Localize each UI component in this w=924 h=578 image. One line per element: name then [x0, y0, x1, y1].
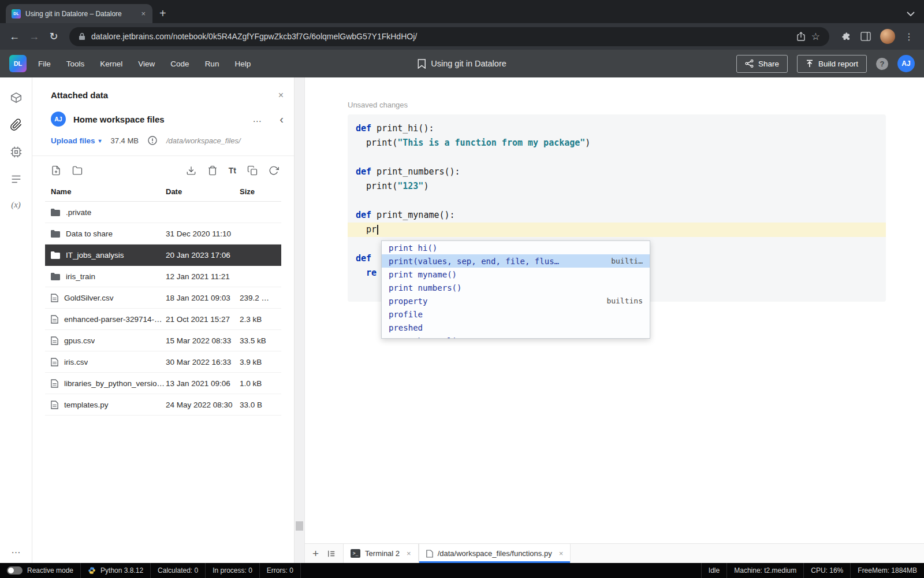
- menu-view[interactable]: View: [138, 60, 155, 68]
- workspace-collapse-icon[interactable]: ‹: [280, 113, 284, 125]
- refresh-icon[interactable]: [269, 165, 279, 176]
- browser-profile-avatar[interactable]: [880, 29, 895, 44]
- panel-resizer[interactable]: [295, 77, 305, 563]
- autocomplete-item[interactable]: preshed: [382, 321, 650, 334]
- file-row[interactable]: IT_jobs_analysis 20 Jan 2023 17:06: [45, 244, 281, 266]
- tab-search-chevron-icon[interactable]: [907, 12, 915, 16]
- folder-icon: [51, 273, 60, 280]
- tab-list-icon[interactable]: [327, 550, 336, 558]
- download-icon[interactable]: [186, 165, 196, 176]
- notebook-title: Using git in Datalore: [431, 59, 506, 68]
- attached-data-icon[interactable]: [10, 118, 23, 131]
- file-row[interactable]: .private: [45, 202, 281, 223]
- rail-more-icon[interactable]: …: [11, 544, 21, 556]
- upload-files-button[interactable]: Upload files ▾: [51, 136, 102, 145]
- address-bar[interactable]: datalore.jetbrains.com/notebook/0k5R4AZg…: [69, 27, 829, 46]
- browser-tab[interactable]: DL Using git in Datalore – Datalore ×: [6, 4, 152, 23]
- autocomplete-item[interactable]: print_hi(): [382, 241, 650, 254]
- code-line: print("123"): [348, 179, 886, 194]
- help-button[interactable]: ?: [876, 58, 888, 70]
- browser-tabstrip: DL Using git in Datalore – Datalore × +: [0, 0, 924, 23]
- file-size: 3.9 kB: [240, 358, 275, 366]
- menu-code[interactable]: Code: [170, 60, 189, 68]
- rename-icon[interactable]: Tt: [229, 166, 236, 175]
- autocomplete-item[interactable]: print_numbers(): [382, 281, 650, 294]
- storage-info-icon[interactable]: [148, 136, 157, 145]
- menu-kernel[interactable]: Kernel: [100, 60, 122, 68]
- bookmark-icon[interactable]: [418, 59, 426, 69]
- editor-tab[interactable]: >_ /data/workspace_files/functions.py ×: [419, 544, 571, 563]
- tab-close-icon[interactable]: ×: [407, 549, 411, 558]
- file-row[interactable]: Data to share 31 Dec 2020 11:10: [45, 223, 281, 244]
- workspace-menu-icon[interactable]: …: [252, 114, 262, 124]
- file-name: iris_train: [66, 272, 95, 281]
- editor-tab[interactable]: >_ Terminal 2 ×: [343, 544, 419, 563]
- datalore-logo[interactable]: DL: [9, 55, 27, 72]
- delete-icon[interactable]: [207, 165, 218, 176]
- tab-close-icon[interactable]: ×: [559, 549, 564, 558]
- autocomplete-item[interactable]: propertybuiltins: [382, 294, 650, 307]
- file-icon: [51, 315, 58, 324]
- file-row[interactable]: iris_train 12 Jan 2021 11:21: [45, 266, 281, 287]
- status-right: IdleMachine: t2.mediumCPU: 16%FreeMem: 1…: [701, 563, 924, 578]
- file-row[interactable]: iris.csv 30 Mar 2022 16:33 3.9 kB: [45, 351, 281, 373]
- file-row[interactable]: GoldSilver.csv 18 Jan 2021 09:03 239.2 …: [45, 287, 281, 309]
- new-folder-icon[interactable]: [72, 165, 83, 176]
- autocomplete-item[interactable]: print(values, sep, end, file, flus…built…: [382, 254, 650, 268]
- panel-close-icon[interactable]: ×: [278, 91, 284, 100]
- user-avatar[interactable]: AJ: [897, 55, 915, 72]
- back-button[interactable]: ←: [6, 28, 23, 45]
- python-icon: [88, 566, 96, 575]
- outline-icon[interactable]: [10, 173, 23, 186]
- share-button[interactable]: Share: [736, 55, 788, 73]
- scrollbar-thumb[interactable]: [296, 521, 303, 531]
- lock-icon[interactable]: [79, 32, 85, 40]
- file-date: 20 Jan 2023 17:06: [166, 251, 240, 260]
- file-row[interactable]: templates.py 24 May 2022 08:30 33.0 B: [45, 394, 281, 416]
- menu-run[interactable]: Run: [205, 60, 219, 68]
- build-report-button[interactable]: Build report: [797, 55, 867, 73]
- variables-icon[interactable]: (x): [11, 200, 21, 210]
- share-page-icon[interactable]: [796, 31, 806, 42]
- status-item: Idle: [701, 563, 726, 578]
- autocomplete-popup: print_hi()print(values, sep, end, file, …: [381, 240, 650, 339]
- new-file-icon[interactable]: [51, 165, 61, 176]
- tab-close-icon[interactable]: ×: [140, 9, 147, 18]
- code-line: [348, 194, 886, 208]
- new-tab-button[interactable]: +: [159, 8, 166, 19]
- upload-caret-icon: ▾: [99, 138, 102, 144]
- reload-button[interactable]: ↻: [45, 28, 62, 45]
- forward-button[interactable]: →: [25, 28, 43, 45]
- autocomplete-item[interactable]: print_myname(): [382, 268, 650, 281]
- header-date[interactable]: Date: [166, 187, 240, 196]
- file-row[interactable]: enhanced-parser-329714-… 21 Oct 2021 15:…: [45, 309, 281, 330]
- app-header: DL FileToolsKernelViewCodeRunHelp Using …: [0, 50, 924, 77]
- file-size: 33.5 kB: [240, 336, 275, 345]
- editor-tab-label: Terminal 2: [365, 549, 400, 558]
- file-name: libraries_by_python_versio…: [64, 379, 165, 388]
- workspace-avatar: AJ: [51, 112, 66, 127]
- autocomplete-item[interactable]: profile: [382, 307, 650, 321]
- menu-tools[interactable]: Tools: [66, 60, 85, 68]
- notebook-files-icon[interactable]: [10, 91, 23, 104]
- extensions-puzzle-icon[interactable]: [841, 31, 851, 42]
- side-panel-icon[interactable]: [860, 32, 871, 41]
- menu-file[interactable]: File: [38, 60, 51, 68]
- status-item: Machine: t2.medium: [726, 563, 803, 578]
- add-editor-tab-button[interactable]: +: [312, 548, 319, 559]
- bookmark-star-icon[interactable]: ☆: [811, 31, 820, 43]
- file-date: 15 Mar 2022 08:33: [166, 336, 240, 345]
- copy-icon[interactable]: [247, 165, 258, 176]
- file-row[interactable]: libraries_by_python_versio… 13 Jan 2021 …: [45, 373, 281, 394]
- header-size[interactable]: Size: [240, 187, 275, 196]
- file-row[interactable]: gpus.csv 15 Mar 2022 08:33 33.5 kB: [45, 330, 281, 351]
- file-icon: [51, 358, 58, 366]
- file-date: 18 Jan 2021 09:03: [166, 294, 240, 302]
- autocomplete-item[interactable]: prometheus_client: [382, 334, 650, 339]
- header-name[interactable]: Name: [51, 187, 166, 196]
- reactive-mode-toggle[interactable]: [7, 566, 23, 575]
- status-item[interactable]: Reactive mode: [0, 563, 81, 578]
- menu-help[interactable]: Help: [234, 60, 251, 68]
- environment-icon[interactable]: [10, 146, 23, 158]
- browser-menu-icon[interactable]: ⋮: [904, 31, 914, 42]
